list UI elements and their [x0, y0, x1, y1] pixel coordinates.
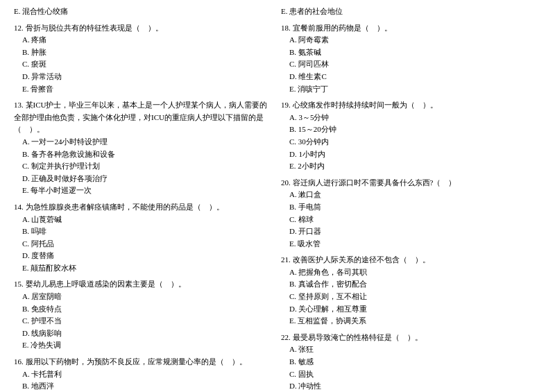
question-title: 22. 最受易导致淹亡的性格特征是（ ）。	[281, 332, 541, 344]
option: C. 棉球	[281, 214, 541, 226]
question-block: 18. 宜餐前服用的药物是（ ）。A. 阿奇霉素B. 氨茶碱C. 阿司匹林D. …	[281, 22, 541, 96]
option: C. 30分钟内	[281, 136, 541, 148]
option: D. 关心理解，相互尊重	[281, 303, 541, 316]
option: A. 山莨菪碱	[14, 214, 274, 226]
option: A. 卡托普利	[14, 368, 274, 381]
option: D. 冲动性	[281, 380, 541, 392]
option: B. 15～20分钟	[281, 123, 541, 136]
option: C. 阿托品	[14, 238, 274, 250]
question-title: 14. 为急性腺腺炎患者解痉镇痛时，不能使用的药品是（ ）。	[14, 201, 274, 214]
option: B. 地西泮	[14, 380, 274, 392]
option: A. 把握角色，各司其职	[281, 266, 541, 279]
question-block: E. 混合性心绞痛	[14, 6, 274, 18]
option: A. 居室阴暗	[14, 291, 274, 303]
option: D. 度替痛	[14, 250, 274, 262]
option: C. 护理不当	[14, 315, 274, 327]
left-column: E. 混合性心绞痛12. 骨折与脱位共有的特征性表现是（ ）。A. 疼痛B. 肿…	[14, 6, 274, 392]
option: A. 3～5分钟	[281, 112, 541, 124]
question-block: 15. 婴幼儿易患上呼吸道感染的因素主要是（ ）。A. 居室阴暗B. 免疫特点C…	[14, 278, 274, 352]
option: C. 制定并执行护理计划	[14, 160, 274, 173]
option: E. 吸水管	[281, 238, 541, 250]
question-title: 21. 改善医护人际关系的途径不包含（ ）。	[281, 254, 541, 266]
option: D. 线病影响	[14, 327, 274, 340]
option: E. 2小时内	[281, 160, 541, 173]
option: A. 张狂	[281, 343, 541, 356]
option: B. 真诚合作，密切配合	[281, 278, 541, 291]
option: A. 阿奇霉素	[281, 34, 541, 46]
option: E. 互相监督，协调关系	[281, 315, 541, 327]
option: B. 手电筒	[281, 201, 541, 214]
option: A. 疼痛	[14, 34, 274, 46]
option: D. 开口器	[281, 225, 541, 238]
option: E. 冷热失调	[14, 339, 274, 352]
question-title: 13. 某ICU护士，毕业三年以来，基本上是一个人护理某个病人，病人需要的全部护…	[14, 99, 274, 136]
question-title: 19. 心绞痛发作时持续持续时间一般为（ ）。	[281, 99, 541, 112]
option: B. 备齐各种急救设施和设备	[14, 148, 274, 161]
option: A. 一对一24小时特设护理	[14, 136, 274, 148]
main-columns: E. 混合性心绞痛12. 骨折与脱位共有的特征性表现是（ ）。A. 疼痛B. 肿…	[14, 6, 541, 392]
option: C. 坚持原则，互不相让	[281, 291, 541, 303]
option: E. 消咳宁丁	[281, 83, 541, 96]
option: B. 免疫特点	[14, 303, 274, 316]
option: A. 漱口盒	[281, 189, 541, 201]
option: E. 每半小时巡逻一次	[14, 185, 274, 197]
page-content: E. 混合性心绞痛12. 骨折与脱位共有的特征性表现是（ ）。A. 疼痛B. 肿…	[14, 6, 541, 392]
option: D. 异常活动	[14, 71, 274, 83]
option: B. 氨茶碱	[281, 46, 541, 59]
option: B. 敏感	[281, 356, 541, 368]
option: B. 肿胀	[14, 46, 274, 59]
right-column: E. 患者的社会地位18. 宜餐前服用的药物是（ ）。A. 阿奇霉素B. 氨茶碱…	[281, 6, 541, 392]
option: C. 阿司匹林	[281, 58, 541, 71]
question-title: 15. 婴幼儿易患上呼吸道感染的因素主要是（ ）。	[14, 278, 274, 291]
question-title: 20. 容迁病人进行源口时不需要具备什么东西?（ ）	[281, 177, 541, 189]
question-block: 19. 心绞痛发作时持续持续时间一般为（ ）。A. 3～5分钟B. 15～20分…	[281, 99, 541, 173]
option: D. 1小时内	[281, 148, 541, 161]
question-title: 18. 宜餐前服用的药物是（ ）。	[281, 22, 541, 35]
option: E. 颠茄酊胶水杯	[14, 262, 274, 275]
option: B. 吗啡	[14, 225, 274, 238]
question-block: 12. 骨折与脱位共有的特征性表现是（ ）。A. 疼痛B. 肿胀C. 瘀斑D. …	[14, 22, 274, 96]
option: D. 维生素C	[281, 71, 541, 83]
option: C. 瘀斑	[14, 58, 274, 71]
question-title: E. 患者的社会地位	[281, 6, 541, 18]
question-block: 13. 某ICU护士，毕业三年以来，基本上是一个人护理某个病人，病人需要的全部护…	[14, 99, 274, 197]
question-block: 14. 为急性腺腺炎患者解痉镇痛时，不能使用的药品是（ ）。A. 山莨菪碱B. …	[14, 201, 274, 275]
question-title: 12. 骨折与脱位共有的特征性表现是（ ）。	[14, 22, 274, 35]
question-block: E. 患者的社会地位	[281, 6, 541, 18]
option: D. 正确及时做好各项治疗	[14, 173, 274, 185]
question-block: 22. 最受易导致淹亡的性格特征是（ ）。A. 张狂B. 敏感C. 固执D. 冲…	[281, 332, 541, 392]
question-title: E. 混合性心绞痛	[14, 6, 274, 18]
question-block: 21. 改善医护人际关系的途径不包含（ ）。A. 把握角色，各司其职B. 真诚合…	[281, 254, 541, 327]
question-block: 16. 服用以下药物时，为预防不良反应，应常规测量心率的是（ ）。A. 卡托普利…	[14, 356, 274, 392]
question-title: 16. 服用以下药物时，为预防不良反应，应常规测量心率的是（ ）。	[14, 356, 274, 368]
option: C. 固执	[281, 368, 541, 381]
option: E. 骨擦音	[14, 83, 274, 96]
question-block: 20. 容迁病人进行源口时不需要具备什么东西?（ ）A. 漱口盒B. 手电筒C.…	[281, 177, 541, 250]
